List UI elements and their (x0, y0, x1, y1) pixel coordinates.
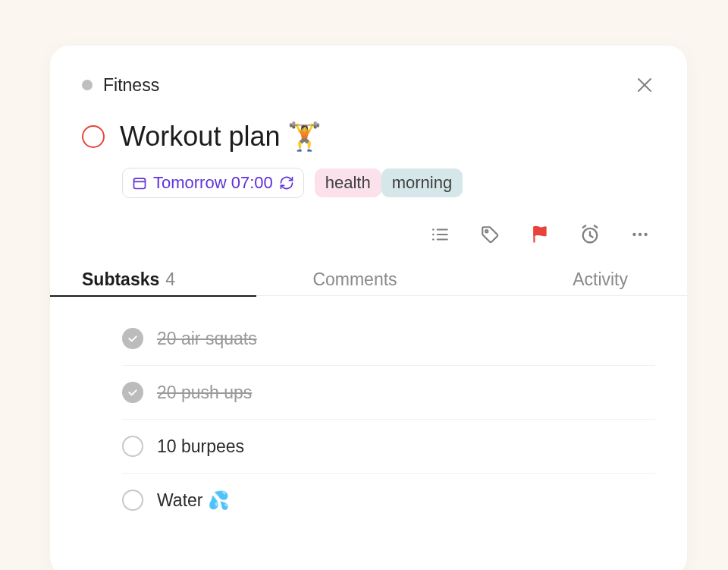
subtask-label: 10 burpees (157, 436, 244, 457)
tag-chip[interactable]: health (315, 168, 381, 197)
more-horizontal-icon (630, 225, 650, 244)
label-button[interactable] (479, 224, 500, 245)
subtask-checkbox[interactable] (122, 382, 143, 403)
tab-subtasks-label: Subtasks (82, 269, 159, 290)
subtask-row[interactable]: 20 air squats (122, 312, 655, 366)
tag-list: healthmorning (315, 168, 463, 197)
subtask-checkbox[interactable] (122, 328, 143, 349)
card-header: Fitness (82, 74, 655, 96)
priority-button[interactable] (529, 224, 551, 245)
subtask-row[interactable]: 20 push ups (122, 366, 655, 420)
flag-icon (530, 225, 550, 244)
subtask-checkbox[interactable] (122, 436, 143, 457)
recurring-icon (279, 175, 294, 191)
task-title[interactable]: Workout plan 🏋️ (120, 120, 322, 153)
close-button[interactable] (634, 74, 655, 96)
due-date-label: Tomorrow 07:00 (153, 173, 273, 193)
tab-activity[interactable]: Activity (476, 263, 628, 295)
tab-comments-label: Comments (312, 269, 397, 290)
svg-line-13 (590, 235, 593, 237)
tab-subtasks-count: 4 (165, 269, 175, 290)
subtask-label: 20 air squats (157, 329, 257, 349)
breadcrumb-label: Fitness (103, 75, 159, 96)
task-meta-row: Tomorrow 07:00 healthmorning (122, 168, 655, 198)
task-toolbar (82, 224, 655, 245)
subtask-row[interactable]: 10 burpees (122, 420, 655, 474)
close-icon (636, 77, 653, 93)
svg-point-6 (432, 234, 435, 236)
task-detail-card: Fitness Workout plan 🏋️ Tomorrow 07:00 h… (50, 46, 687, 570)
svg-rect-2 (134, 178, 146, 188)
task-title-row: Workout plan 🏋️ (82, 120, 655, 153)
subtask-checkbox[interactable] (122, 490, 143, 511)
list-icon (430, 225, 450, 244)
tag-icon (480, 225, 500, 244)
svg-point-4 (432, 228, 435, 231)
svg-line-15 (595, 226, 598, 228)
breadcrumb[interactable]: Fitness (82, 75, 159, 96)
tag-chip[interactable]: morning (381, 168, 463, 197)
calendar-icon (132, 175, 147, 191)
check-icon (127, 386, 139, 398)
due-date-chip[interactable]: Tomorrow 07:00 (122, 168, 304, 198)
project-color-dot (82, 80, 93, 90)
tab-active-underline (50, 295, 256, 297)
tab-activity-label: Activity (573, 269, 628, 290)
subtask-label: 20 push ups (157, 383, 252, 403)
subtask-row[interactable]: Water 💦 (122, 474, 655, 527)
tab-bar: Subtasks 4 Comments Activity (50, 263, 687, 296)
list-view-button[interactable] (429, 224, 450, 245)
task-complete-checkbox[interactable] (82, 125, 105, 148)
svg-line-14 (583, 226, 586, 228)
reminder-button[interactable] (579, 224, 601, 245)
subtask-label: Water 💦 (157, 490, 230, 511)
svg-point-17 (639, 233, 642, 236)
svg-point-8 (432, 238, 435, 241)
tab-comments[interactable]: Comments (279, 263, 431, 295)
svg-point-18 (644, 233, 647, 236)
more-options-button[interactable] (629, 224, 651, 245)
tab-subtasks[interactable]: Subtasks 4 (82, 263, 234, 295)
subtask-list: 20 air squats20 push ups10 burpeesWater … (122, 312, 655, 527)
svg-point-10 (485, 230, 488, 232)
check-icon (127, 332, 139, 345)
svg-point-16 (632, 233, 635, 236)
alarm-clock-icon (579, 224, 601, 245)
